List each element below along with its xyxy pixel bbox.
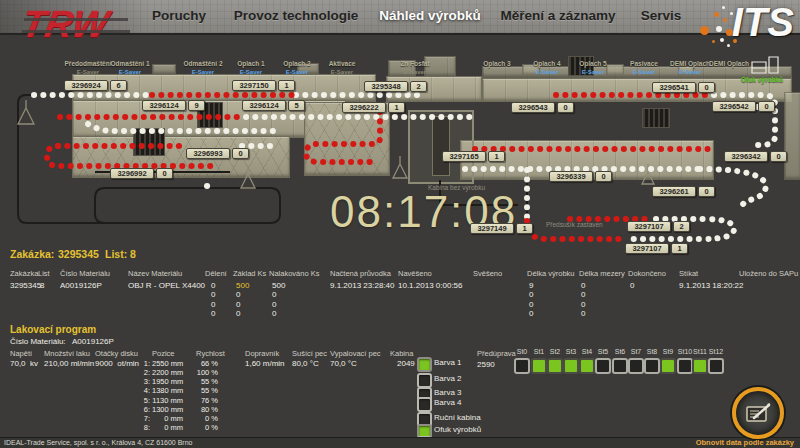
program-field-value: 1,60 m/min <box>245 359 285 368</box>
position-speed: 55 % <box>192 377 218 386</box>
carrier-count: 2 <box>410 81 427 92</box>
station-status-label: St12 <box>709 348 723 355</box>
carrier-box: 32961245 <box>242 100 305 111</box>
carrier-number: 3296124 <box>242 100 286 111</box>
carrier-number: 3297165 <box>442 151 486 162</box>
position-mm: 2200 mm <box>152 368 183 377</box>
carrier-count: 0 <box>232 148 249 159</box>
carrier-box: 32969246 <box>64 80 127 91</box>
checkbox-Barva 4[interactable] <box>417 397 432 412</box>
station-status-indicator <box>692 358 708 374</box>
checkbox-label: Barva 1 <box>434 358 462 367</box>
carrier-number: 3295348 <box>364 81 408 92</box>
carrier-box: 32971071 <box>625 243 688 254</box>
position-mm: 0 mm <box>152 414 183 423</box>
carrier-number: 3296222 <box>342 102 386 113</box>
position-speed: 55 % <box>192 386 218 395</box>
position-index: 3: <box>134 377 150 386</box>
carrier-count: 0 <box>758 101 775 112</box>
carrier-box: 32969930 <box>186 148 249 159</box>
position-speed: 76 % <box>192 396 218 405</box>
carrier-number: 3296542 <box>712 101 756 112</box>
position-index: 2: <box>134 368 150 377</box>
station-status-indicator <box>579 358 595 374</box>
station-status-indicator <box>708 358 724 374</box>
position-mm: 1380 mm <box>152 386 183 395</box>
carrier-count: 6 <box>110 80 127 91</box>
carrier-count: 5 <box>288 100 305 111</box>
carrier-count: 9 <box>188 100 205 111</box>
carrier-box: 32971501 <box>232 80 295 91</box>
station-status-label: St11 <box>693 348 707 355</box>
station-status-label: St6 <box>615 348 626 355</box>
program-field-label: Otáčky disku <box>95 349 138 358</box>
station-status-indicator <box>677 358 693 374</box>
carrier-number: 3296541 <box>652 82 696 93</box>
carrier-count: 1 <box>488 151 505 162</box>
position-mm: 2550 mm <box>152 359 183 368</box>
program-field-value: 80,0 °C <box>292 359 319 368</box>
carrier-count: 1 <box>278 80 295 91</box>
station-status-label: St7 <box>631 348 642 355</box>
station-status-indicator <box>628 358 644 374</box>
carrier-number: 3296261 <box>652 186 696 197</box>
program-field-label: Sušící pec <box>292 349 327 358</box>
program-field-value: 210,00 ml/min <box>44 359 94 368</box>
position-index: 1: <box>134 359 150 368</box>
station-status-label: St5 <box>598 348 609 355</box>
position-mm: 1300 mm <box>152 405 183 414</box>
refresh-order-icon <box>745 402 771 424</box>
carrier-count: 0 <box>698 82 715 93</box>
position-index: 7: <box>134 414 150 423</box>
checkbox-label: Ruční kabina <box>434 413 481 422</box>
carrier-count: 1 <box>388 102 405 113</box>
position-index: 5: <box>134 396 150 405</box>
refresh-button[interactable] <box>732 387 784 439</box>
carrier-count: 1 <box>671 243 688 254</box>
position-speed: 66 % <box>192 359 218 368</box>
program-field-value: 70,0 °C <box>330 359 357 368</box>
carrier-number: 3296543 <box>511 102 555 113</box>
position-mm: 1130 mm <box>152 396 183 405</box>
carrier-number: 3297150 <box>232 80 276 91</box>
station-status-label: St10 <box>678 348 692 355</box>
station-status-label: St4 <box>582 348 593 355</box>
plant-status-note: Předsušík zastaven <box>546 221 603 228</box>
carrier-box: 32969920 <box>110 168 173 179</box>
checkbox-label: Barva 4 <box>434 398 462 407</box>
program-field-value: 2049 <box>397 359 415 368</box>
carrier-number: 3296124 <box>142 100 186 111</box>
program-field-label: Rychlost <box>196 349 225 358</box>
checkbox-Barva 1[interactable] <box>417 357 432 372</box>
position-speed: 80 % <box>192 405 218 414</box>
program-field-label: Množství laku <box>44 349 90 358</box>
position-index: 8: <box>134 423 150 432</box>
station-status-label: St8 <box>647 348 658 355</box>
carrier-box: 32971651 <box>442 151 505 162</box>
carrier-number: 3296993 <box>186 148 230 159</box>
carrier-number: 3296924 <box>64 80 108 91</box>
carrier-box: 32961249 <box>142 100 205 111</box>
carrier-number: 3297107 <box>625 243 669 254</box>
material-label: Číslo Materiálu: <box>10 337 66 346</box>
station-status-label: St2 <box>550 348 561 355</box>
refresh-button-label[interactable]: Obnovit data podle zakázky <box>696 438 794 447</box>
carrier-box: 32962610 <box>652 186 715 197</box>
program-field-value: 70,0 kv <box>10 359 38 368</box>
carrier-box: 32965430 <box>511 102 574 113</box>
station-status-indicator <box>547 358 563 374</box>
station-status-label: St1 <box>534 348 545 355</box>
program-field-value: 9000 ot/min <box>95 359 139 368</box>
preduprava-label: Předúprava <box>477 349 516 358</box>
carrier-box: 32965410 <box>652 82 715 93</box>
material-value: A0019126P <box>72 337 114 346</box>
program-field-label: Vypalovací pec <box>330 349 381 358</box>
carrier-box: 32962221 <box>342 102 405 113</box>
carrier-number: 3296342 <box>724 151 768 162</box>
checkbox-Barva 2[interactable] <box>417 373 432 388</box>
carrier-count: 1 <box>516 223 533 234</box>
carrier-number: 3297107 <box>627 221 671 232</box>
carrier-box: 32971491 <box>470 223 533 234</box>
carrier-count: 0 <box>770 151 787 162</box>
carrier-box: 32965420 <box>712 101 775 112</box>
